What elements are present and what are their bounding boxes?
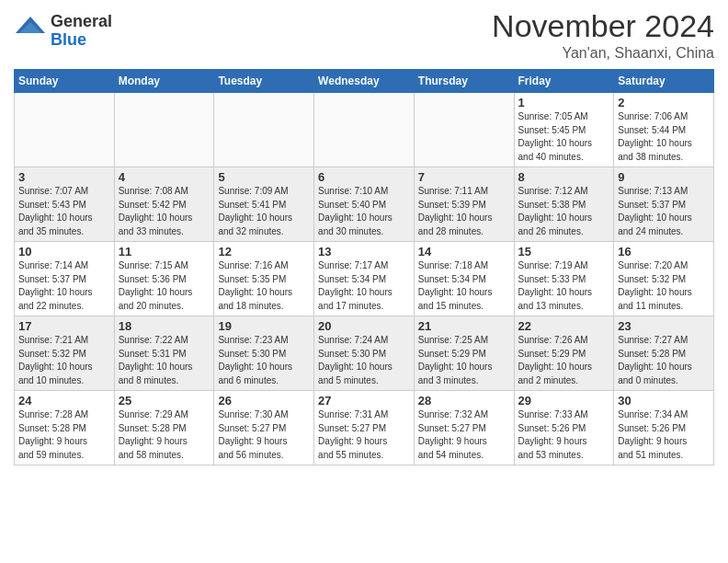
day-info: Sunrise: 7:27 AM Sunset: 5:28 PM Dayligh… xyxy=(618,334,710,387)
day-info: Sunrise: 7:34 AM Sunset: 5:26 PM Dayligh… xyxy=(618,408,710,462)
day-number: 9 xyxy=(618,170,710,184)
day-cell: 7Sunrise: 7:11 AM Sunset: 5:39 PM Daylig… xyxy=(414,167,514,242)
day-cell: 9Sunrise: 7:13 AM Sunset: 5:37 PM Daylig… xyxy=(614,167,714,242)
col-friday: Friday xyxy=(514,70,614,93)
day-number: 14 xyxy=(418,245,510,259)
week-row-1: 1Sunrise: 7:05 AM Sunset: 5:45 PM Daylig… xyxy=(15,93,714,167)
day-info: Sunrise: 7:26 AM Sunset: 5:29 PM Dayligh… xyxy=(518,334,610,387)
day-cell xyxy=(114,93,214,167)
day-info: Sunrise: 7:20 AM Sunset: 5:32 PM Dayligh… xyxy=(618,259,710,313)
day-cell: 19Sunrise: 7:23 AM Sunset: 5:30 PM Dayli… xyxy=(214,316,314,391)
day-cell: 25Sunrise: 7:29 AM Sunset: 5:28 PM Dayli… xyxy=(114,391,214,465)
day-info: Sunrise: 7:06 AM Sunset: 5:44 PM Dayligh… xyxy=(618,110,710,164)
day-number: 3 xyxy=(18,170,110,184)
day-number: 19 xyxy=(218,319,310,333)
day-info: Sunrise: 7:30 AM Sunset: 5:27 PM Dayligh… xyxy=(218,408,310,462)
title-block: November 2024 Yan'an, Shaanxi, China xyxy=(492,9,714,62)
day-number: 2 xyxy=(618,96,710,109)
day-info: Sunrise: 7:15 AM Sunset: 5:36 PM Dayligh… xyxy=(119,259,210,313)
day-cell: 27Sunrise: 7:31 AM Sunset: 5:27 PM Dayli… xyxy=(314,391,415,465)
day-cell: 12Sunrise: 7:16 AM Sunset: 5:35 PM Dayli… xyxy=(214,242,314,316)
day-cell xyxy=(15,93,115,167)
day-cell: 5Sunrise: 7:09 AM Sunset: 5:41 PM Daylig… xyxy=(214,167,314,242)
day-number: 20 xyxy=(318,319,410,333)
day-info: Sunrise: 7:25 AM Sunset: 5:29 PM Dayligh… xyxy=(418,334,510,387)
month-title: November 2024 xyxy=(492,9,714,43)
day-cell xyxy=(314,93,415,167)
day-number: 25 xyxy=(119,394,210,408)
day-cell: 28Sunrise: 7:32 AM Sunset: 5:27 PM Dayli… xyxy=(414,391,514,465)
day-cell: 14Sunrise: 7:18 AM Sunset: 5:34 PM Dayli… xyxy=(414,242,514,316)
day-cell: 10Sunrise: 7:14 AM Sunset: 5:37 PM Dayli… xyxy=(15,242,115,316)
day-number: 13 xyxy=(318,245,410,259)
day-info: Sunrise: 7:31 AM Sunset: 5:27 PM Dayligh… xyxy=(318,408,410,462)
day-info: Sunrise: 7:09 AM Sunset: 5:41 PM Dayligh… xyxy=(218,185,310,238)
day-info: Sunrise: 7:16 AM Sunset: 5:35 PM Dayligh… xyxy=(218,259,310,313)
day-cell: 6Sunrise: 7:10 AM Sunset: 5:40 PM Daylig… xyxy=(314,167,415,242)
logo-text: General Blue xyxy=(51,13,112,50)
day-cell: 2Sunrise: 7:06 AM Sunset: 5:44 PM Daylig… xyxy=(614,93,714,167)
day-cell: 8Sunrise: 7:12 AM Sunset: 5:38 PM Daylig… xyxy=(514,167,614,242)
day-cell: 24Sunrise: 7:28 AM Sunset: 5:28 PM Dayli… xyxy=(15,391,115,465)
day-cell xyxy=(214,93,314,167)
day-info: Sunrise: 7:23 AM Sunset: 5:30 PM Dayligh… xyxy=(218,334,310,387)
calendar-container: General Blue November 2024 Yan'an, Shaan… xyxy=(0,0,728,475)
header: General Blue November 2024 Yan'an, Shaan… xyxy=(14,9,714,62)
day-cell: 29Sunrise: 7:33 AM Sunset: 5:26 PM Dayli… xyxy=(514,391,614,465)
day-info: Sunrise: 7:17 AM Sunset: 5:34 PM Dayligh… xyxy=(318,259,410,313)
day-cell: 18Sunrise: 7:22 AM Sunset: 5:31 PM Dayli… xyxy=(114,316,214,391)
day-info: Sunrise: 7:32 AM Sunset: 5:27 PM Dayligh… xyxy=(418,408,510,462)
day-number: 8 xyxy=(518,170,610,184)
day-number: 23 xyxy=(618,319,710,333)
col-wednesday: Wednesday xyxy=(314,70,415,93)
day-cell: 16Sunrise: 7:20 AM Sunset: 5:32 PM Dayli… xyxy=(614,242,714,316)
logo-blue: Blue xyxy=(51,31,112,50)
logo: General Blue xyxy=(14,13,112,50)
day-number: 11 xyxy=(119,245,210,259)
day-cell: 13Sunrise: 7:17 AM Sunset: 5:34 PM Dayli… xyxy=(314,242,415,316)
day-cell: 1Sunrise: 7:05 AM Sunset: 5:45 PM Daylig… xyxy=(514,93,614,167)
week-row-5: 24Sunrise: 7:28 AM Sunset: 5:28 PM Dayli… xyxy=(15,391,714,465)
day-number: 1 xyxy=(518,96,610,109)
logo-general: General xyxy=(51,13,112,31)
day-number: 12 xyxy=(218,245,310,259)
day-number: 16 xyxy=(618,245,710,259)
col-sunday: Sunday xyxy=(15,70,115,93)
day-cell: 21Sunrise: 7:25 AM Sunset: 5:29 PM Dayli… xyxy=(414,316,514,391)
col-monday: Monday xyxy=(114,70,214,93)
day-info: Sunrise: 7:13 AM Sunset: 5:37 PM Dayligh… xyxy=(618,185,710,238)
col-saturday: Saturday xyxy=(614,70,714,93)
day-number: 24 xyxy=(18,394,110,408)
day-number: 26 xyxy=(218,394,310,408)
day-number: 7 xyxy=(418,170,510,184)
day-number: 17 xyxy=(18,319,110,333)
day-info: Sunrise: 7:11 AM Sunset: 5:39 PM Dayligh… xyxy=(418,185,510,238)
day-info: Sunrise: 7:22 AM Sunset: 5:31 PM Dayligh… xyxy=(119,334,210,387)
day-info: Sunrise: 7:12 AM Sunset: 5:38 PM Dayligh… xyxy=(518,185,610,238)
day-number: 4 xyxy=(119,170,210,184)
day-number: 15 xyxy=(518,245,610,259)
day-number: 27 xyxy=(318,394,410,408)
week-row-3: 10Sunrise: 7:14 AM Sunset: 5:37 PM Dayli… xyxy=(15,242,714,316)
day-info: Sunrise: 7:21 AM Sunset: 5:32 PM Dayligh… xyxy=(18,334,110,387)
day-number: 30 xyxy=(618,394,710,408)
day-info: Sunrise: 7:05 AM Sunset: 5:45 PM Dayligh… xyxy=(518,110,610,164)
day-number: 10 xyxy=(18,245,110,259)
day-cell: 15Sunrise: 7:19 AM Sunset: 5:33 PM Dayli… xyxy=(514,242,614,316)
day-number: 28 xyxy=(418,394,510,408)
day-number: 5 xyxy=(218,170,310,184)
day-number: 21 xyxy=(418,319,510,333)
logo-icon xyxy=(14,15,47,48)
day-info: Sunrise: 7:18 AM Sunset: 5:34 PM Dayligh… xyxy=(418,259,510,313)
day-info: Sunrise: 7:33 AM Sunset: 5:26 PM Dayligh… xyxy=(518,408,610,462)
day-number: 18 xyxy=(119,319,210,333)
day-cell: 4Sunrise: 7:08 AM Sunset: 5:42 PM Daylig… xyxy=(114,167,214,242)
day-cell: 26Sunrise: 7:30 AM Sunset: 5:27 PM Dayli… xyxy=(214,391,314,465)
header-row: Sunday Monday Tuesday Wednesday Thursday… xyxy=(15,70,714,93)
week-row-4: 17Sunrise: 7:21 AM Sunset: 5:32 PM Dayli… xyxy=(15,316,714,391)
week-row-2: 3Sunrise: 7:07 AM Sunset: 5:43 PM Daylig… xyxy=(15,167,714,242)
day-number: 29 xyxy=(518,394,610,408)
calendar-table: Sunday Monday Tuesday Wednesday Thursday… xyxy=(14,69,714,465)
day-cell: 22Sunrise: 7:26 AM Sunset: 5:29 PM Dayli… xyxy=(514,316,614,391)
day-number: 22 xyxy=(518,319,610,333)
